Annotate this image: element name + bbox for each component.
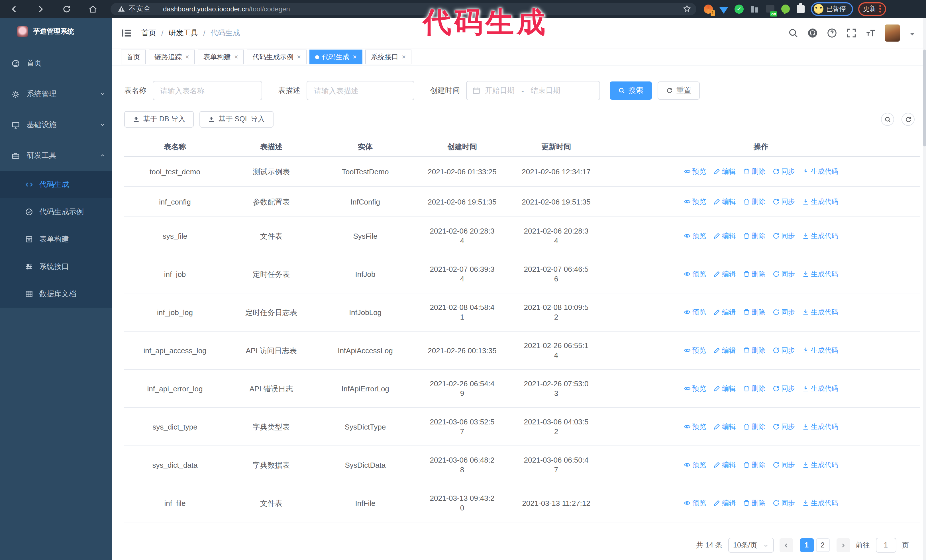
delete-link[interactable]: 删除 xyxy=(743,231,765,241)
tab[interactable]: 代码生成示例× xyxy=(247,50,307,64)
preview-link[interactable]: 预览 xyxy=(684,307,706,317)
next-page-button[interactable] xyxy=(836,538,850,552)
sidebar-item-form-builder[interactable]: 表单构建 xyxy=(0,226,112,253)
sidebar-toggle-icon[interactable] xyxy=(121,27,132,39)
bookmark-star-icon[interactable] xyxy=(683,4,691,13)
extension-puzzle-icon[interactable] xyxy=(796,4,806,14)
font-size-icon[interactable] xyxy=(865,28,876,38)
sync-link[interactable]: 同步 xyxy=(773,384,795,393)
extension-icon-1[interactable]: 1 xyxy=(703,4,713,14)
extension-columns-icon[interactable] xyxy=(749,4,760,14)
sidebar-item-devtools[interactable]: 研发工具 xyxy=(0,140,112,171)
end-date-placeholder[interactable]: 结束日期 xyxy=(531,86,560,96)
preview-link[interactable]: 预览 xyxy=(684,498,706,508)
sync-link[interactable]: 同步 xyxy=(773,231,795,241)
sync-link[interactable]: 同步 xyxy=(773,422,795,432)
sidebar-item-system[interactable]: 系统管理 xyxy=(0,78,112,109)
edit-link[interactable]: 编辑 xyxy=(713,460,736,470)
tab[interactable]: 首页 xyxy=(121,50,146,64)
sync-link[interactable]: 同步 xyxy=(773,498,795,508)
edit-link[interactable]: 编辑 xyxy=(713,346,736,355)
github-icon[interactable] xyxy=(808,28,818,38)
user-menu-caret-icon[interactable] xyxy=(909,30,916,36)
generate-code-link[interactable]: 生成代码 xyxy=(802,346,838,355)
import-sql-button[interactable]: 基于 SQL 导入 xyxy=(200,111,274,128)
edit-link[interactable]: 编辑 xyxy=(713,422,736,432)
generate-code-link[interactable]: 生成代码 xyxy=(802,231,838,241)
browser-home-button[interactable] xyxy=(84,2,101,16)
reset-button[interactable]: 重置 xyxy=(658,82,700,100)
edit-link[interactable]: 编辑 xyxy=(713,498,736,508)
sync-link[interactable]: 同步 xyxy=(773,269,795,279)
preview-link[interactable]: 预览 xyxy=(684,460,706,470)
preview-link[interactable]: 预览 xyxy=(684,231,706,241)
generate-code-link[interactable]: 生成代码 xyxy=(802,498,838,508)
breadcrumb-home[interactable]: 首页 xyxy=(141,28,156,38)
start-date-placeholder[interactable]: 开始日期 xyxy=(485,86,514,96)
page-number-button[interactable]: 2 xyxy=(816,538,829,552)
sidebar-item-db-docs[interactable]: 数据库文档 xyxy=(0,280,112,308)
import-db-button[interactable]: 基于 DB 导入 xyxy=(124,111,194,128)
delete-link[interactable]: 删除 xyxy=(743,307,765,317)
edit-link[interactable]: 编辑 xyxy=(713,231,736,241)
delete-link[interactable]: 删除 xyxy=(743,422,765,432)
preview-link[interactable]: 预览 xyxy=(684,197,706,207)
delete-link[interactable]: 删除 xyxy=(743,346,765,355)
delete-link[interactable]: 删除 xyxy=(743,167,765,176)
search-icon[interactable] xyxy=(788,28,798,38)
generate-code-link[interactable]: 生成代码 xyxy=(802,197,838,207)
browser-reload-button[interactable] xyxy=(58,2,75,16)
extension-key-icon[interactable] xyxy=(780,4,790,14)
sync-link[interactable]: 同步 xyxy=(773,167,795,176)
tab[interactable]: 系统接口× xyxy=(365,50,412,64)
browser-menu-icon[interactable] xyxy=(879,5,881,12)
page-number-button[interactable]: 1 xyxy=(800,538,814,552)
tab[interactable]: 链路追踪× xyxy=(149,50,195,64)
generate-code-link[interactable]: 生成代码 xyxy=(802,307,838,317)
tab[interactable]: 表单构建× xyxy=(198,50,244,64)
edit-link[interactable]: 编辑 xyxy=(713,167,736,176)
sync-link[interactable]: 同步 xyxy=(773,346,795,355)
toggle-search-button[interactable] xyxy=(881,113,894,126)
preview-link[interactable]: 预览 xyxy=(684,269,706,279)
preview-link[interactable]: 预览 xyxy=(684,167,706,176)
browser-update-button[interactable]: 更新 xyxy=(858,2,886,16)
goto-page-input[interactable] xyxy=(876,538,896,552)
edit-link[interactable]: 编辑 xyxy=(713,197,736,207)
address-bar[interactable]: 不安全 dashboard.yudao.iocoder.cn/tool/code… xyxy=(110,3,696,15)
table-name-input[interactable] xyxy=(153,81,262,100)
date-range-picker[interactable]: 开始日期 - 结束日期 xyxy=(466,81,600,100)
sidebar-item-system-api[interactable]: 系统接口 xyxy=(0,253,112,280)
fullscreen-icon[interactable] xyxy=(846,28,856,38)
generate-code-link[interactable]: 生成代码 xyxy=(802,460,838,470)
edit-link[interactable]: 编辑 xyxy=(713,307,736,317)
sidebar-item-codegen-example[interactable]: 代码生成示例 xyxy=(0,198,112,226)
edit-link[interactable]: 编辑 xyxy=(713,384,736,393)
extension-gem-icon[interactable] xyxy=(719,4,729,14)
delete-link[interactable]: 删除 xyxy=(743,460,765,470)
tab[interactable]: 代码生成× xyxy=(309,50,362,64)
user-avatar[interactable] xyxy=(885,24,900,42)
sidebar-item-codegen[interactable]: 代码生成 xyxy=(0,171,112,198)
help-icon[interactable] xyxy=(827,28,837,38)
delete-link[interactable]: 删除 xyxy=(743,384,765,393)
preview-link[interactable]: 预览 xyxy=(684,384,706,393)
delete-link[interactable]: 删除 xyxy=(743,269,765,279)
browser-back-button[interactable] xyxy=(6,2,23,16)
tab-close-icon[interactable]: × xyxy=(353,53,357,61)
app-logo-row[interactable]: 芋道管理系统 xyxy=(0,18,112,44)
tab-close-icon[interactable]: × xyxy=(297,53,301,61)
extension-paused-badge[interactable]: 已暂停 xyxy=(811,2,853,16)
delete-link[interactable]: 删除 xyxy=(743,498,765,508)
generate-code-link[interactable]: 生成代码 xyxy=(802,269,838,279)
tab-close-icon[interactable]: × xyxy=(185,53,189,61)
security-label[interactable]: 不安全 xyxy=(129,4,151,14)
scrollbar-thumb[interactable] xyxy=(923,50,926,146)
generate-code-link[interactable]: 生成代码 xyxy=(802,422,838,432)
sync-link[interactable]: 同步 xyxy=(773,197,795,207)
extension-dark-icon[interactable]: on xyxy=(765,4,775,14)
sync-link[interactable]: 同步 xyxy=(773,307,795,317)
refresh-table-button[interactable] xyxy=(902,113,915,126)
sidebar-item-home[interactable]: 首页 xyxy=(0,48,112,78)
page-size-select[interactable]: 10条/页 xyxy=(728,538,773,552)
